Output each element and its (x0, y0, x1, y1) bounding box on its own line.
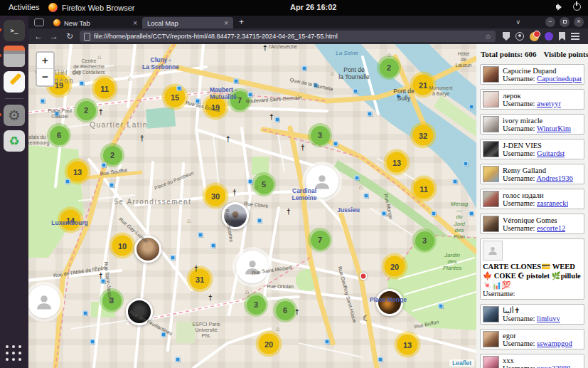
point-marker[interactable] (171, 256, 176, 261)
cluster-marker[interactable]: 11 (92, 75, 118, 102)
username-link[interactable]: WinturKim (537, 125, 571, 132)
close-tab-icon[interactable]: × (133, 19, 137, 27)
cluster-marker[interactable]: 20 (382, 253, 408, 280)
point-marker[interactable] (275, 117, 280, 122)
point-marker[interactable] (248, 179, 253, 184)
point-marker[interactable] (101, 279, 106, 284)
cluster-marker[interactable]: 7 (308, 228, 332, 252)
dock-files-icon[interactable] (4, 46, 25, 67)
show-applications-button[interactable] (6, 345, 23, 362)
cluster-marker[interactable]: 3 (412, 228, 437, 253)
close-tab-icon[interactable]: × (224, 19, 228, 27)
point-marker[interactable] (325, 340, 330, 345)
cluster-marker[interactable]: 5 (252, 172, 276, 196)
point-marker[interactable] (176, 357, 181, 362)
focused-app-indicator[interactable]: Firefox Web Browser (48, 3, 135, 12)
cluster-marker[interactable]: 13 (384, 149, 410, 176)
point-marker[interactable] (382, 211, 387, 216)
cluster-marker[interactable]: 10 (109, 233, 136, 259)
point-marker[interactable] (90, 340, 95, 345)
clock[interactable]: Apr 26 16:02 (290, 3, 336, 11)
point-marker[interactable] (198, 233, 203, 238)
point-marker[interactable] (364, 194, 369, 199)
username-link[interactable]: Capucinedupand (537, 75, 582, 83)
new-tab-button[interactable]: + (239, 17, 244, 27)
dock-software-updater-icon[interactable]: ♻ (4, 130, 25, 152)
photo-avatar-marker[interactable] (134, 236, 161, 263)
username-link[interactable]: Andres1936 (537, 174, 573, 182)
point-marker[interactable] (333, 142, 338, 147)
power-icon[interactable] (573, 3, 581, 11)
cluster-marker[interactable]: 13 (395, 332, 421, 358)
username-link[interactable]: sswampgod (537, 340, 572, 347)
account-icon[interactable] (515, 32, 524, 41)
bookmark-star-icon[interactable]: ☆ (485, 33, 491, 41)
zoom-in-button[interactable]: + (37, 53, 53, 69)
point-marker[interactable] (355, 176, 360, 181)
username-link[interactable]: xxxx22888 (537, 364, 570, 368)
minimize-button[interactable]: − (545, 17, 555, 27)
url-text[interactable]: file:///home/parallels/CCTV/reports-html… (94, 33, 481, 40)
point-marker[interactable] (396, 94, 401, 99)
cluster-marker[interactable]: 21 (410, 72, 437, 98)
leaflet-attribution[interactable]: Leaflet (449, 359, 474, 367)
back-button[interactable]: ← (33, 31, 44, 41)
cluster-marker[interactable]: 11 (411, 176, 437, 202)
extension-icon[interactable] (530, 32, 539, 41)
tab-new-tab[interactable]: New Tab × (48, 17, 142, 28)
cluster-marker[interactable]: 15 (162, 84, 188, 110)
dock-terminal-icon[interactable]: >_ (4, 20, 25, 41)
point-marker[interactable] (353, 89, 358, 94)
close-button[interactable]: × (574, 17, 584, 27)
username-link[interactable]: awetyyr (537, 100, 561, 107)
cluster-marker[interactable]: 3 (100, 288, 124, 312)
forward-button[interactable]: → (48, 31, 60, 41)
point-marker[interactable] (177, 86, 182, 91)
volume-icon[interactable] (556, 3, 565, 11)
point-marker[interactable] (109, 183, 114, 188)
username-link[interactable]: zasranecki (537, 199, 568, 207)
point-marker[interactable] (464, 162, 469, 167)
point-marker[interactable] (469, 105, 474, 110)
point-marker[interactable] (234, 79, 239, 84)
point-marker[interactable] (439, 304, 444, 309)
point-marker[interactable] (469, 211, 474, 216)
point-marker[interactable] (248, 93, 253, 98)
point-marker[interactable] (453, 179, 458, 184)
cluster-marker[interactable]: 30 (203, 183, 229, 209)
cluster-marker[interactable]: 20 (256, 331, 282, 357)
point-marker[interactable] (196, 99, 201, 104)
red-point-marker[interactable] (360, 273, 368, 280)
cluster-marker[interactable]: 31 (187, 266, 213, 293)
cluster-marker[interactable]: 6 (47, 123, 71, 147)
cluster-marker[interactable]: 14 (58, 207, 84, 233)
zoom-out-button[interactable]: − (37, 69, 53, 85)
point-marker[interactable] (41, 99, 46, 104)
cluster-marker[interactable]: 19 (203, 94, 229, 120)
dock-settings-icon[interactable]: ⚙ (4, 105, 25, 126)
list-tabs-chevron-icon[interactable]: ∨ (515, 19, 520, 26)
placeholder-avatar-marker[interactable] (306, 165, 338, 198)
activities-button[interactable]: Activities (9, 3, 39, 11)
username-link[interactable]: limluvv (537, 315, 560, 322)
point-marker[interactable] (378, 357, 383, 362)
point-marker[interactable] (211, 243, 216, 248)
photo-avatar-marker[interactable] (222, 202, 249, 229)
menu-icon[interactable] (571, 33, 579, 40)
point-marker[interactable] (314, 83, 319, 88)
cluster-marker[interactable]: 3 (244, 293, 268, 317)
point-marker[interactable] (302, 66, 307, 71)
placeholder-avatar-marker[interactable] (28, 285, 60, 318)
point-marker[interactable] (65, 179, 70, 184)
placeholder-avatar-marker[interactable] (236, 251, 269, 283)
point-marker[interactable] (102, 163, 107, 168)
point-marker[interactable] (161, 332, 166, 337)
point-marker[interactable] (55, 112, 60, 117)
point-marker[interactable] (368, 112, 373, 117)
photo-avatar-marker[interactable] (126, 298, 153, 325)
cluster-marker[interactable]: 2 (74, 98, 98, 122)
maximize-button[interactable] (560, 17, 570, 27)
address-bar[interactable]: file:///home/parallels/CCTV/reports-html… (80, 31, 496, 42)
point-marker[interactable] (432, 211, 437, 216)
point-marker[interactable] (257, 219, 262, 224)
